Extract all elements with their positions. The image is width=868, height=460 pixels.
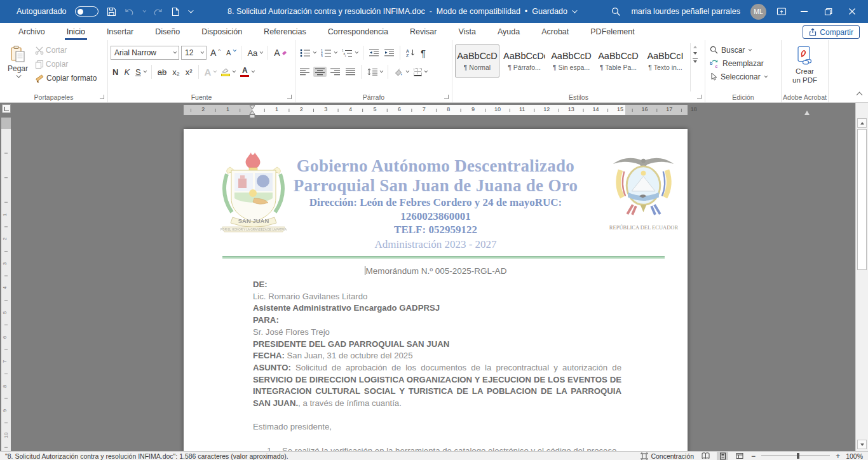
paste-button[interactable]: Pegar [3,43,33,91]
bold-button[interactable]: N [111,66,120,78]
styles-scroll-down-icon[interactable] [693,52,697,55]
style-card-3[interactable]: AaBbCcD¶ Table Pa... [596,44,641,78]
memo-greeting[interactable]: Estimado presidente, [253,421,621,433]
find-button[interactable]: Buscar [708,43,778,57]
format-painter-button[interactable]: Copiar formato [33,72,98,84]
multilevel-list-button[interactable]: 1ai [340,48,359,58]
highlight-button[interactable] [219,66,236,78]
style-card-0[interactable]: AaBbCcD¶ Normal [455,44,499,78]
tab-correspondencia[interactable]: Correspondencia [317,23,399,40]
close-button[interactable] [845,4,859,18]
justify-button[interactable] [344,67,357,77]
memo-para-label[interactable]: PARA: [253,315,621,327]
zoom-in-button[interactable]: + [836,452,840,460]
tab-diseño[interactable]: Diseño [144,23,191,40]
borders-button[interactable] [412,67,428,78]
style-card-4[interactable]: AaBbCcI¶ Texto in... [643,44,688,78]
memo-de-title[interactable]: Asistente Administrativo Encargado GADPR… [253,302,621,315]
indent-marker-first-line[interactable] [249,105,255,119]
replace-button[interactable]: bc Reemplazar [708,57,778,70]
decrease-indent-button[interactable] [367,48,381,58]
web-layout-button[interactable] [734,452,745,460]
line-spacing-button[interactable] [365,67,384,77]
zoom-slider-thumb[interactable] [797,453,799,459]
create-pdf-button[interactable]: Crear un PDF [784,43,825,85]
memo-para-name[interactable]: Sr. José Flores Trejo [253,327,621,339]
show-marks-button[interactable]: ¶ [419,46,428,60]
tab-vista[interactable]: Vista [447,23,487,40]
tab-revisar[interactable]: Revisar [399,23,447,40]
italic-button[interactable]: K [122,66,132,78]
search-icon[interactable] [611,7,621,17]
memo-de-label[interactable]: DE: [253,279,621,291]
tab-stop-selector[interactable] [2,104,11,113]
save-state-chevron-icon[interactable] [572,8,577,13]
clear-formatting-button[interactable]: A [272,46,288,59]
restore-button[interactable] [821,4,835,18]
paragraph-dialog-launcher[interactable] [444,95,449,99]
minimize-button[interactable] [797,4,811,18]
focus-mode-button[interactable]: Concentración [641,452,694,460]
tab-ayuda[interactable]: Ayuda [487,23,531,40]
memo-fecha[interactable]: FECHA: San Juan, 31 de octubre del 2025 [253,350,621,362]
style-card-2[interactable]: AaBbCcD¶ Sin espa... [549,44,593,78]
shrink-font-button[interactable]: A [224,48,237,58]
style-card-1[interactable]: AaBbCcDc¶ Párrafo... [502,44,546,78]
indent-marker-right[interactable] [804,111,810,115]
memo-body[interactable]: DE: Lic. Romario Gavilanes Litardo Asist… [253,279,621,451]
change-case-button[interactable]: Aa [245,47,264,59]
shading-button[interactable] [392,67,410,78]
font-name-combo[interactable]: Arial Narrow [111,46,179,60]
read-mode-button[interactable] [700,452,711,460]
align-center-button[interactable] [313,67,327,77]
bullets-button[interactable] [298,48,317,58]
select-button[interactable]: Seleccionar [708,70,778,83]
styles-dialog-launcher[interactable] [697,95,702,99]
tab-pdfelement[interactable]: PDFelement [580,23,645,40]
font-color-button[interactable]: A [238,65,255,79]
align-right-button[interactable] [329,67,342,77]
underline-button[interactable]: S [133,66,147,78]
ribbon-display-options-icon[interactable] [776,7,787,16]
zoom-level[interactable]: 100% [846,452,863,460]
user-name[interactable]: maria lourdes peñafiel parrales [631,7,740,16]
tab-insertar[interactable]: Insertar [96,23,144,40]
align-left-button[interactable] [298,67,311,77]
tab-acrobat[interactable]: Acrobat [531,23,580,40]
save-icon[interactable] [107,7,116,17]
document-icon[interactable] [171,7,180,17]
font-dialog-launcher[interactable] [287,95,292,99]
vertical-scrollbar[interactable] [855,103,868,451]
scroll-down-button[interactable] [857,440,867,449]
zoom-out-button[interactable]: − [751,452,756,460]
sort-button[interactable]: AZ [404,47,417,58]
memo-para-title[interactable]: PRESIDENTE DEL GAD PARROQUIAL SAN JUAN [253,339,621,351]
print-layout-button[interactable] [717,452,728,460]
styles-more-button[interactable] [693,58,698,63]
autosave-toggle[interactable] [75,6,98,17]
collapse-ribbon-icon[interactable] [857,92,863,98]
text-effects-button[interactable]: A [203,65,218,79]
tab-disposición[interactable]: Disposición [191,23,253,40]
increase-indent-button[interactable] [383,48,396,58]
grow-font-button[interactable]: A^ [208,46,222,59]
word-count-status[interactable]: "8. Solicitud Autorización contra y reso… [5,452,288,460]
zoom-slider[interactable] [761,456,830,456]
memo-de-name[interactable]: Lic. Romario Gavilanes Litardo [253,291,621,303]
tab-inicio[interactable]: Inicio [56,23,96,40]
share-button[interactable]: Compartir [803,25,860,39]
avatar[interactable]: ML [750,4,766,20]
memo-asunto[interactable]: ASUNTO: Solicitud de aprobación de los d… [253,362,621,410]
memo-title[interactable]: Memorándum N.º 005-2025-RGL-AD [184,266,688,276]
styles-scroll-up-icon[interactable] [693,46,697,48]
tab-referencias[interactable]: Referencias [253,23,317,40]
font-size-combo[interactable]: 12 [181,46,207,60]
scrollbar-thumb[interactable] [857,129,867,270]
save-state-label[interactable]: Guardado [532,7,567,16]
superscript-button[interactable]: x² [184,66,194,78]
strikethrough-button[interactable]: ab [156,66,168,78]
scroll-up-button[interactable] [857,118,867,128]
document-page[interactable]: SAN JUAN POR EL HONOR Y LA GRANDEZA DE L… [184,129,688,451]
memo-item-1[interactable]: 1.Se realizó la verificación en la herra… [253,445,621,451]
tab-archivo[interactable]: Archivo [8,23,56,40]
